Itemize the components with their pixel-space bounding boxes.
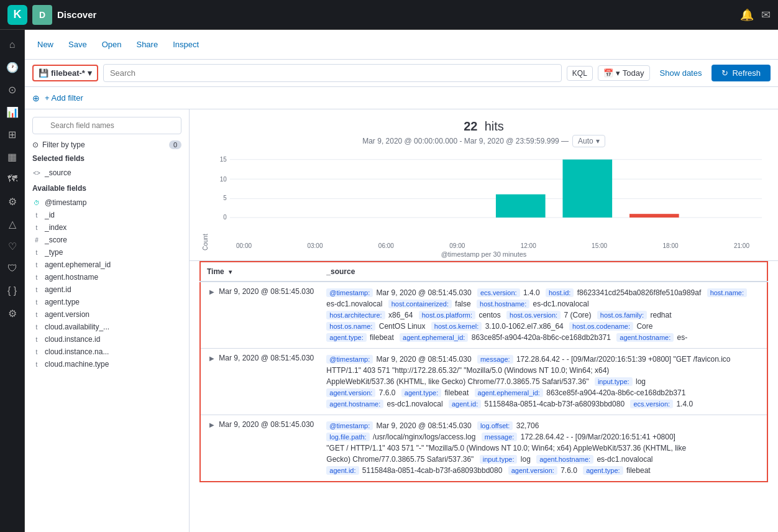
- show-dates-button[interactable]: Show dates: [655, 66, 707, 80]
- field-item-id[interactable]: t _id: [32, 209, 181, 221]
- filter-icon[interactable]: ⊕: [32, 93, 40, 103]
- canvas-icon[interactable]: ▦: [2, 147, 22, 167]
- new-button[interactable]: New: [32, 37, 58, 52]
- siem-icon[interactable]: 🛡: [2, 259, 22, 278]
- add-filter-button[interactable]: + Add filter: [45, 93, 83, 103]
- field-name-type: _type: [45, 248, 63, 257]
- refresh-button[interactable]: ↻ Refresh: [712, 65, 771, 81]
- sort-arrow-icon: ▾: [229, 268, 232, 275]
- bell-icon[interactable]: 🔔: [740, 8, 754, 22]
- field-key: input.type:: [480, 455, 518, 464]
- field-t-icon: t: [32, 361, 41, 368]
- chart-svg: 0 5 10 15: [211, 152, 768, 239]
- chart-area: 22 hits Mar 9, 2020 @ 00:00:00.000 - Mar…: [190, 109, 778, 261]
- date-picker[interactable]: 📅 ▾ Today: [598, 65, 650, 81]
- field-key: agent.type:: [583, 466, 623, 475]
- source-cell: @timestamp: Mar 9, 2020 @ 08:51:45.030 m…: [320, 349, 767, 415]
- field-key: agent.type:: [401, 388, 441, 397]
- chevron-down-icon: ▾: [88, 68, 92, 78]
- discover-icon active[interactable]: ⊙: [2, 80, 22, 99]
- main-area: New Save Open Share Inspect 💾 filebeat-*…: [25, 30, 778, 532]
- icon-rail: ⌂ 🕐 ⊙ 📊 ⊞ ▦ 🗺 ⚙ △ ♡ 🛡 { } ⚙: [0, 30, 25, 532]
- home-icon[interactable]: ⌂: [2, 35, 22, 55]
- left-sidebar: ⊙ Filter by type 0 Selected fields <> _s…: [25, 109, 190, 532]
- field-item-agent-version[interactable]: t agent.version: [32, 308, 181, 321]
- field-t-icon: t: [32, 336, 41, 343]
- field-item-source[interactable]: <> _source: [32, 167, 181, 179]
- expand-button[interactable]: ▶: [207, 288, 217, 295]
- save-button[interactable]: Save: [63, 37, 92, 52]
- content-split: ⊙ Filter by type 0 Selected fields <> _s…: [25, 109, 778, 532]
- field-key: agent.version:: [508, 466, 557, 475]
- expand-button[interactable]: ▶: [207, 355, 217, 362]
- field-hash-icon: #: [32, 237, 41, 244]
- field-key: @timestamp:: [326, 288, 373, 297]
- field-item-index[interactable]: t _index: [32, 221, 181, 234]
- open-button[interactable]: Open: [97, 37, 127, 52]
- field-key: agent.ephemeral_id:: [475, 388, 543, 397]
- field-name-cloud-instance-id: cloud.instance.id: [45, 335, 100, 344]
- kql-button[interactable]: KQL: [567, 66, 593, 81]
- kibana-logo[interactable]: K: [7, 5, 27, 25]
- dev-tools-icon[interactable]: { }: [2, 281, 22, 301]
- query-bar: 💾 filebeat-* ▾ KQL 📅 ▾ Today Show dates …: [25, 60, 778, 87]
- maps-icon[interactable]: 🗺: [2, 169, 22, 189]
- top-bar: K D Discover 🔔 ✉: [0, 0, 778, 30]
- recent-icon[interactable]: 🕐: [2, 57, 22, 77]
- field-key: agent.id:: [326, 466, 359, 475]
- time-cell: ▶ Mar 9, 2020 @ 08:51:45.030: [200, 415, 320, 482]
- field-item-type[interactable]: t _type: [32, 246, 181, 259]
- field-t-icon: t: [32, 249, 41, 256]
- table-row: ▶ Mar 9, 2020 @ 08:51:45.030 @timestamp:…: [200, 282, 767, 349]
- field-key: host.os.kernel:: [431, 322, 482, 331]
- hits-count: 22 hits: [199, 119, 768, 134]
- field-item-ephemeral-id[interactable]: t agent.ephemeral_id: [32, 259, 181, 271]
- field-item-cloud-machine-type[interactable]: t cloud.machine.type: [32, 358, 181, 370]
- filter-by-type-button[interactable]: ⊙ Filter by type: [32, 140, 85, 149]
- filter-type-row: ⊙ Filter by type 0: [32, 140, 181, 149]
- share-button[interactable]: Share: [131, 37, 163, 52]
- field-item-cloud-availability[interactable]: t cloud.availability_...: [32, 321, 181, 333]
- results-area[interactable]: Time ▾ _source ▶ Mar 9, 2: [190, 261, 778, 532]
- mail-icon[interactable]: ✉: [761, 8, 771, 22]
- right-panel: 22 hits Mar 9, 2020 @ 00:00:00.000 - Mar…: [190, 109, 778, 532]
- hits-label: hits: [485, 119, 504, 133]
- field-item-timestamp[interactable]: ⏱ @timestamp: [32, 196, 181, 209]
- field-item-hostname[interactable]: t agent.hostname: [32, 271, 181, 283]
- field-item-score[interactable]: # _score: [32, 234, 181, 246]
- time-cell: ▶ Mar 9, 2020 @ 08:51:45.030: [200, 282, 320, 349]
- ml-icon[interactable]: ⚙: [2, 191, 22, 211]
- field-key: host.os.platform:: [419, 311, 475, 319]
- index-pattern-selector[interactable]: 💾 filebeat-* ▾: [32, 65, 98, 81]
- auto-select[interactable]: Auto ▾: [572, 135, 605, 147]
- uptime-icon[interactable]: ♡: [2, 236, 22, 256]
- time-column-header[interactable]: Time ▾: [200, 262, 320, 282]
- filter-type-icon: ⊙: [32, 140, 39, 149]
- field-item-cloud-instance-id[interactable]: t cloud.instance.id: [32, 333, 181, 346]
- visualize-icon[interactable]: 📊: [2, 102, 22, 122]
- source-cell: @timestamp: Mar 9, 2020 @ 08:51:45.030 l…: [320, 415, 767, 482]
- available-fields-list: ⏱ @timestamp t _id t _index #: [32, 196, 181, 370]
- dashboard-icon[interactable]: ⊞: [2, 124, 22, 144]
- app-title: Discover: [57, 9, 735, 20]
- field-t-icon: t: [32, 311, 41, 318]
- inspect-button[interactable]: Inspect: [168, 37, 204, 52]
- field-name-cloud-instance-na: cloud.instance.na...: [45, 347, 109, 356]
- field-name-agent-version: agent.version: [45, 310, 89, 319]
- search-fields-input[interactable]: [32, 117, 181, 134]
- field-item-cloud-instance-na[interactable]: t cloud.instance.na...: [32, 346, 181, 358]
- app-icon: D: [32, 5, 52, 25]
- field-key: host.hostname:: [477, 300, 529, 308]
- field-key: log.offset:: [477, 421, 513, 430]
- field-item-agent-type[interactable]: t agent.type: [32, 296, 181, 308]
- search-input[interactable]: [103, 64, 562, 82]
- settings-icon[interactable]: ⚙: [2, 303, 22, 323]
- refresh-icon: ↻: [721, 68, 728, 78]
- field-t-icon: t: [32, 212, 41, 219]
- svg-text:0: 0: [223, 213, 227, 221]
- field-name-agent-type: agent.type: [45, 298, 80, 306]
- apm-icon[interactable]: △: [2, 214, 22, 234]
- field-item-agent-id[interactable]: t agent.id: [32, 283, 181, 296]
- save-icon: 💾: [39, 68, 48, 78]
- expand-button[interactable]: ▶: [207, 421, 217, 428]
